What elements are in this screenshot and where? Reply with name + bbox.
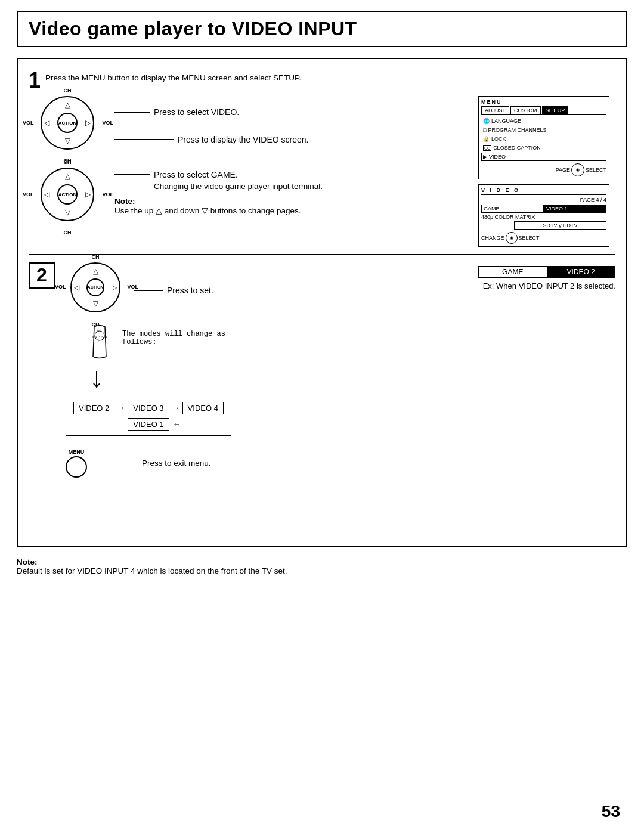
controller1-instructions: Press to select VIDEO. Press to display … [114, 107, 308, 144]
line3 [114, 174, 150, 175]
step2-controller-wrap: CH △ ▽ ◁ ▷ ACTION CH VOL VOL [66, 262, 125, 319]
bottom-note-body: Default is set for VIDEO INPUT 4 which i… [17, 566, 287, 575]
svg-text:H: H [97, 339, 99, 342]
press-exit-text: Press to exit menu. [142, 459, 211, 467]
ch-top3: CH [92, 254, 100, 260]
video-color-matrix: 480p COLOR MATRIX [481, 214, 606, 220]
video-screen-title: V I D E O [481, 187, 606, 195]
vol3-r: VOL [127, 284, 138, 290]
up-arrow: △ [65, 101, 70, 109]
modes-text: The modes will change as follows: [122, 330, 225, 346]
mini-remote: H ION CH VOL H [89, 324, 110, 360]
video-cell-video1: VIDEO 1 [544, 205, 606, 213]
right-arrow: ▷ [85, 119, 91, 127]
flow-box-video3: VIDEO 3 [128, 402, 169, 414]
menu-button-wrap: MENU [66, 449, 87, 478]
line4 [134, 290, 163, 291]
down-arrow-section: H ION CH VOL H The modes will change as … [83, 324, 472, 392]
menu-tab-setup: SET UP [542, 106, 568, 114]
program-channels-icon: □ [483, 127, 486, 133]
video-nav-row: CHANGE ◉ SELECT [481, 232, 606, 244]
step2-right: GAME VIDEO 2 Ex: When VIDEO INPUT 2 is s… [478, 262, 615, 290]
video-icon: ▶ [483, 154, 487, 160]
up-arrow2: △ [65, 172, 70, 181]
lock-icon: 🔒 [483, 136, 490, 142]
video-cell-game: GAME [481, 205, 544, 213]
down3: ▽ [93, 299, 98, 308]
controller1-wrap: CH △ ▽ ◁ ▷ ACTION CH VOL VOL [35, 96, 100, 156]
language-icon: 🌐 [483, 118, 490, 124]
menu-screen: MENU ADJUST CUSTOM SET UP 🌐 LANGUAGE □ P… [478, 96, 609, 179]
svg-text:VOL: VOL [103, 336, 108, 339]
flow-box-video4: VIDEO 4 [182, 402, 224, 414]
menu-item-closed-caption: CC CLOSED CAPTION [481, 144, 606, 152]
arrow2: → [172, 403, 180, 413]
line2 [114, 139, 174, 140]
menu-tab-adjust: ADJUST [481, 106, 509, 114]
note-section: Note: Use the up △ and down ▽ buttons to… [114, 197, 323, 215]
mini-remote-svg: H ION CH VOL H [89, 324, 110, 363]
menu-item-lock-text: LOCK [491, 136, 506, 142]
menu-item-language: 🌐 LANGUAGE [481, 117, 606, 125]
press-display-video-text: Press to display the VIDEO screen. [178, 135, 308, 144]
vol3-l: VOL [55, 284, 66, 290]
step2-ctrl-circle: △ ▽ ◁ ▷ ACTION [70, 262, 120, 312]
video-sdtv: SDTV y HDTV [514, 221, 606, 230]
right-screens: MENU ADJUST CUSTOM SET UP 🌐 LANGUAGE □ P… [478, 96, 615, 247]
controller2-instructions: Press to select GAME. Changing the video… [114, 170, 323, 215]
select-label: SELECT [586, 167, 606, 173]
step2-controller-row: CH △ ▽ ◁ ▷ ACTION CH VOL VOL Press to se [66, 262, 472, 319]
cc-icon: CC [483, 145, 491, 151]
press-select-game-text: Press to select GAME. [154, 170, 238, 179]
step2-middle: CH △ ▽ ◁ ▷ ACTION CH VOL VOL Press to se [66, 262, 472, 478]
down-arrow2: ▽ [65, 208, 70, 216]
action-nav-circle: ◉ [571, 163, 584, 176]
controller2-row: CH △ ▽ ◁ ▷ ACTION CH VOL VOL [29, 168, 472, 227]
flow-box-video1: VIDEO 1 [128, 418, 169, 431]
step1-body: CH △ ▽ ◁ ▷ ACTION CH VOL VOL [29, 96, 615, 247]
bottom-note-text: Note: Default is set for VIDEO INPUT 4 w… [17, 558, 627, 575]
game-cell: GAME [479, 267, 547, 277]
controller2-wrap: CH △ ▽ ◁ ▷ ACTION CH VOL VOL [35, 168, 100, 227]
step1-number: 1 [29, 70, 41, 91]
page-title: Video game player to VIDEO INPUT [29, 18, 357, 39]
step2-section: 2 CH △ ▽ ◁ ▷ ACTION CH VOL VO [29, 262, 615, 478]
bottom-note-section: Note: Default is set for VIDEO INPUT 4 w… [17, 558, 627, 575]
menu-label-above: MENU [69, 449, 85, 455]
right-arrow2: ▷ [85, 190, 91, 199]
svg-text:H: H [97, 329, 99, 333]
section-divider [29, 254, 615, 255]
vol-label-right2: VOL [102, 191, 113, 197]
step1-header-row: 1 Press the MENU button to display the M… [29, 70, 615, 91]
line5 [91, 463, 138, 464]
menu-circle-btn [66, 456, 87, 478]
controller1-circle: △ ▽ ◁ ▷ ACTION [41, 96, 94, 150]
press-select-game-row: Press to select GAME. [114, 170, 323, 179]
menu-screen-title: MENU [481, 99, 606, 105]
menu-tabs: ADJUST CUSTOM SET UP [481, 106, 606, 115]
press-to-set-row: Press to set. [134, 286, 213, 295]
down-arrow: ▽ [65, 137, 70, 145]
mini-remote-row: H ION CH VOL H The modes will change as … [83, 324, 472, 360]
page-label: PAGE [556, 167, 570, 173]
menu-item-video-text: VIDEO [489, 154, 506, 160]
step1-main-text: Press the MENU button to display the MEN… [45, 70, 301, 82]
arrow1: → [117, 403, 125, 413]
left-arrow2: ◁ [44, 190, 49, 199]
note-text: Use the up △ and down ▽ buttons to chang… [114, 206, 323, 215]
video-row1: GAME VIDEO 1 [481, 205, 606, 213]
action-label: ACTION [57, 113, 78, 133]
note-row: Note: [114, 197, 323, 206]
line1 [114, 112, 150, 113]
menu-exit-row: MENU Press to exit menu. [66, 449, 472, 478]
ch-label-top: CH [64, 88, 72, 94]
flow-row2: VIDEO 1 ← [73, 418, 224, 431]
press-select-video-text: Press to select VIDEO. [154, 107, 239, 117]
action3: ACTION [86, 278, 104, 296]
step1-left: CH △ ▽ ◁ ▷ ACTION CH VOL VOL [29, 96, 472, 247]
menu-item-language-text: LANGUAGE [491, 118, 521, 124]
vol-label-right1: VOL [102, 120, 113, 126]
note-label: Note: [114, 197, 135, 206]
left3: ◁ [74, 283, 79, 292]
big-down-arrow: ↓ [89, 363, 472, 392]
